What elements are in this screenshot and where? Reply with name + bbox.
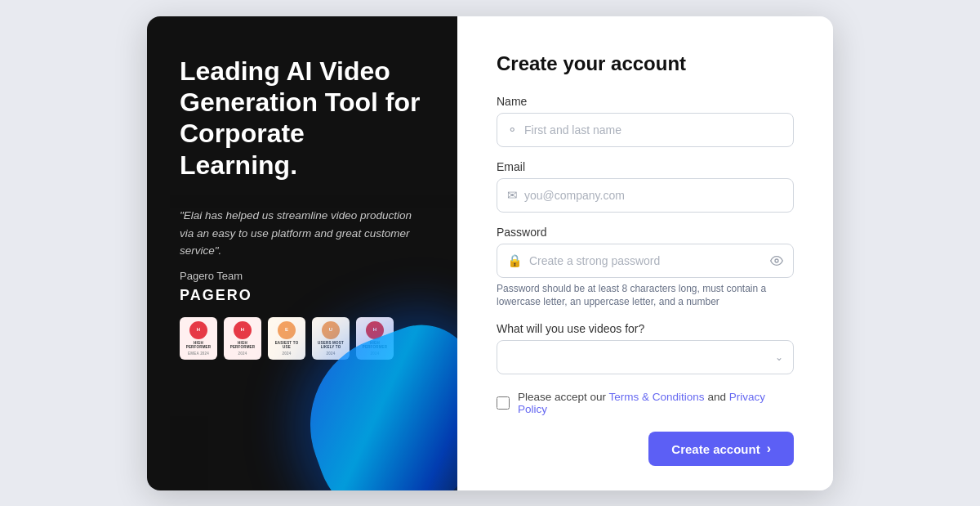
terms-row: Please accept our Terms & Conditions and…: [497, 391, 794, 415]
badge-4: U Users Most Likely To 2024: [312, 317, 350, 360]
videos-label: What will you use videos for?: [497, 322, 794, 335]
email-group: Email ✉: [497, 160, 794, 213]
bottom-row: Create account ›: [497, 432, 794, 466]
email-input-wrapper: ✉: [497, 178, 794, 213]
terms-checkbox[interactable]: [497, 396, 510, 410]
page-wrapper: Leading AI Video Generation Tool for Cor…: [0, 0, 980, 506]
badge-3: E Easiest To Use 2024: [268, 317, 305, 360]
toggle-password-button[interactable]: [770, 254, 783, 267]
password-input-wrapper: 🔒: [497, 244, 794, 278]
email-icon: ✉: [507, 188, 518, 203]
pagero-logo: PAGERO: [180, 287, 425, 304]
checkbox-text: Please accept our: [518, 391, 609, 403]
left-panel-top: Leading AI Video Generation Tool for Cor…: [180, 56, 425, 360]
badge-4-sub: 2024: [327, 352, 336, 356]
badge-1-sub: EMEA 2024: [188, 352, 209, 356]
videos-select[interactable]: ⌄: [497, 340, 794, 374]
right-panel: Create your account Name ⚬ Email ✉ Passw…: [457, 16, 833, 490]
lock-icon: 🔒: [507, 253, 523, 268]
submit-arrow-icon: ›: [767, 441, 771, 456]
password-label: Password: [497, 226, 794, 239]
badge-1: H High Performer EMEA 2024: [180, 317, 217, 360]
badge-2-circle: H: [234, 321, 252, 339]
badge-3-label: Easiest To Use: [271, 341, 302, 350]
badge-1-label: High Performer: [183, 341, 214, 350]
name-input-wrapper: ⚬: [497, 113, 794, 147]
name-input[interactable]: [524, 123, 783, 137]
email-input[interactable]: [524, 189, 783, 202]
hero-title: Leading AI Video Generation Tool for Cor…: [180, 56, 425, 181]
left-panel: Leading AI Video Generation Tool for Cor…: [147, 16, 457, 490]
terms-and: and: [705, 391, 729, 403]
badge-3-sub: 2024: [283, 352, 292, 356]
badge-2-sub: 2024: [238, 352, 247, 356]
pagero-logo-text: PAGERO: [180, 287, 252, 304]
svg-point-0: [775, 259, 778, 262]
email-label: Email: [497, 160, 794, 173]
testimonial-author: Pagero Team: [180, 270, 425, 282]
name-group: Name ⚬: [497, 95, 794, 147]
create-account-button[interactable]: Create account ›: [648, 432, 794, 466]
badge-4-label: Users Most Likely To: [315, 341, 346, 350]
badge-2-label: High Performer: [227, 341, 258, 350]
chevron-down-icon: ⌄: [775, 352, 783, 363]
password-input[interactable]: [529, 254, 764, 267]
terms-label[interactable]: Please accept our Terms & Conditions and…: [518, 391, 794, 415]
create-account-label: Create account: [671, 442, 760, 456]
password-hint: Password should be at least 8 characters…: [497, 282, 794, 310]
terms-link[interactable]: Terms & Conditions: [609, 391, 705, 403]
main-card: Leading AI Video Generation Tool for Cor…: [147, 16, 833, 490]
badge-2: H High Performer 2024: [224, 317, 261, 360]
person-icon: ⚬: [507, 123, 518, 137]
password-group: Password 🔒 Password should be at least 8…: [497, 226, 794, 310]
badge-4-circle: U: [322, 321, 340, 339]
name-label: Name: [497, 95, 794, 108]
badge-1-circle: H: [189, 321, 207, 339]
testimonial-text: "Elai has helped us streamline video pro…: [180, 207, 425, 260]
badge-3-circle: E: [278, 321, 296, 339]
form-title: Create your account: [497, 52, 794, 75]
videos-group: What will you use videos for? ⌄: [497, 322, 794, 374]
